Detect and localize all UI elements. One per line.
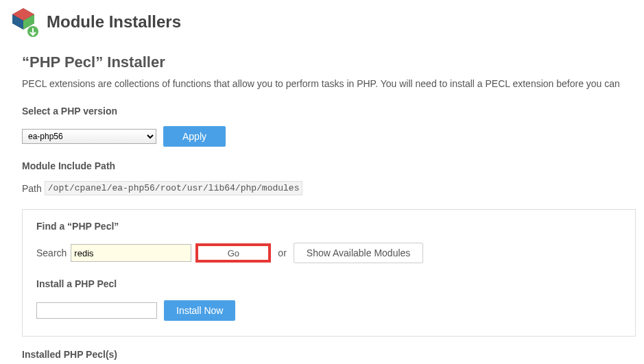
page-header: Module Installers	[8, 7, 636, 37]
php-version-label: Select a PHP version	[22, 106, 636, 117]
installer-description: PECL extensions are collections of funct…	[22, 78, 636, 89]
path-value: /opt/cpanel/ea-php56/root/usr/lib64/php/…	[45, 181, 303, 195]
installed-label: Installed PHP Pecl(s)	[22, 349, 636, 360]
php-version-select[interactable]: ea-php56	[22, 129, 156, 144]
search-label: Search	[36, 247, 67, 258]
show-modules-button[interactable]: Show Available Modules	[294, 243, 424, 263]
find-panel: Find a “PHP Pecl” Search Go or Show Avai…	[22, 209, 636, 337]
module-path-label: Module Include Path	[22, 160, 636, 171]
installer-heading: “PHP Pecl” Installer	[22, 53, 636, 71]
go-button[interactable]: Go	[195, 243, 271, 263]
or-text: or	[278, 247, 286, 258]
apply-button[interactable]: Apply	[163, 126, 226, 147]
install-label: Install a PHP Pecl	[36, 278, 621, 289]
search-input[interactable]	[71, 244, 191, 262]
install-now-button[interactable]: Install Now	[164, 300, 235, 321]
page-title: Module Installers	[47, 12, 181, 32]
find-label: Find a “PHP Pecl”	[36, 221, 621, 232]
install-input[interactable]	[36, 302, 157, 319]
path-label: Path	[22, 183, 42, 194]
module-installers-icon	[8, 7, 38, 37]
